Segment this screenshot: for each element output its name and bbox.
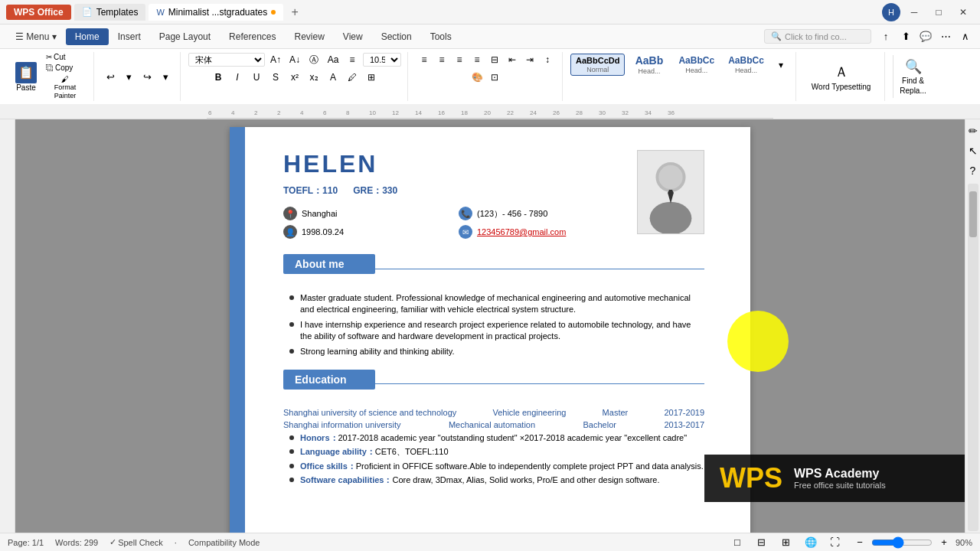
styles-group: AaBbCcDd Normal AaBb Head... AaBbCc Head… bbox=[564, 52, 796, 101]
redo-button[interactable]: ↪ bbox=[139, 68, 155, 85]
tab-tools[interactable]: Tools bbox=[421, 28, 461, 45]
tab-view[interactable]: View bbox=[334, 28, 372, 45]
pointer-button[interactable]: ↖ bbox=[965, 142, 981, 159]
align-right-button[interactable]: ≡ bbox=[451, 52, 468, 67]
fullscreen-button[interactable]: ⛶ bbox=[827, 534, 844, 551]
location-text: Shanghai bbox=[302, 209, 338, 218]
search-box[interactable]: 🔍 Click to find co... bbox=[764, 29, 871, 44]
tab-review[interactable]: Review bbox=[285, 28, 333, 45]
paste-button[interactable]: 📋 Paste bbox=[12, 60, 40, 93]
minimize-button[interactable]: ─ bbox=[903, 5, 925, 20]
comment-button[interactable]: 💬 bbox=[917, 28, 934, 45]
add-tab-button[interactable]: + bbox=[286, 4, 303, 21]
border-button[interactable]: ⊞ bbox=[363, 70, 380, 85]
wps-academy-title: WPS Academy bbox=[794, 467, 886, 481]
layout-view2-button[interactable]: ⊟ bbox=[753, 534, 770, 551]
zoom-slider[interactable] bbox=[871, 536, 933, 549]
underline-button[interactable]: U bbox=[248, 70, 265, 85]
close-button[interactable]: ✕ bbox=[952, 5, 974, 20]
style-heading2[interactable]: AaBbCc Head... bbox=[673, 53, 720, 77]
bullet-dot-2 bbox=[289, 322, 294, 327]
redo-dropdown[interactable]: ▾ bbox=[157, 68, 174, 85]
superscript-button[interactable]: x² bbox=[286, 70, 303, 85]
collapse-ribbon-button[interactable]: ∧ bbox=[957, 28, 974, 45]
align-center-button[interactable]: ≡ bbox=[433, 52, 450, 67]
tab-menu[interactable]: ☰ Menu ▾ bbox=[6, 28, 66, 45]
subscript-button[interactable]: x₂ bbox=[305, 70, 322, 85]
birthdate-text: 1998.09.24 bbox=[302, 227, 344, 236]
tab-references[interactable]: References bbox=[220, 28, 285, 45]
style-heading1[interactable]: AaBb Head... bbox=[628, 52, 670, 77]
education-header-row: Education bbox=[283, 370, 704, 399]
clear-format-button[interactable]: Ⓐ bbox=[305, 52, 322, 67]
templates-tab[interactable]: 📄 Templates bbox=[74, 4, 146, 21]
copy-button[interactable]: ⿻ Copy bbox=[43, 63, 87, 73]
list-button[interactable]: ≡ bbox=[344, 52, 361, 67]
font-size-select[interactable]: 10.5 bbox=[363, 53, 401, 67]
word-typesetting-button[interactable]: Ａ Word Typesetting bbox=[804, 60, 878, 94]
export-button[interactable]: ⬆ bbox=[897, 28, 914, 45]
document-area[interactable]: HELEN TOEFL：110 GRE：330 📍 Shanghai 📞 (12… bbox=[15, 119, 965, 533]
education-header: Education bbox=[283, 370, 375, 390]
user-avatar[interactable]: H bbox=[882, 3, 900, 21]
font-shrink-button[interactable]: A↑ bbox=[267, 52, 284, 67]
spell-check-button[interactable]: ✓ Spell Check bbox=[109, 537, 163, 547]
restore-button[interactable]: □ bbox=[928, 5, 949, 20]
font-grow-button[interactable]: A↓ bbox=[286, 52, 303, 67]
svg-text:2: 2 bbox=[277, 109, 281, 116]
style-normal[interactable]: AaBbCcDd Normal bbox=[570, 54, 625, 76]
svg-text:6: 6 bbox=[323, 109, 327, 116]
web-layout-button[interactable]: 🌐 bbox=[802, 534, 819, 551]
align-justify-button[interactable]: ≡ bbox=[469, 52, 485, 67]
tab-insert[interactable]: Insert bbox=[109, 28, 150, 45]
honors-label-2: Language ability：CET6、TOEFL:110 bbox=[300, 446, 449, 458]
indent-increase-button[interactable]: ⇥ bbox=[521, 52, 538, 67]
undo-button[interactable]: ↩ bbox=[102, 68, 119, 85]
case-button[interactable]: Aa bbox=[325, 52, 341, 67]
resume-name: HELEN bbox=[283, 150, 629, 178]
tab-page-layout[interactable]: Page Layout bbox=[150, 28, 220, 45]
shading-button[interactable]: 🎨 bbox=[469, 70, 485, 85]
vertical-scrollbar[interactable] bbox=[968, 184, 978, 531]
honors-item-1: Honors：2017-2018 academic year "outstand… bbox=[289, 432, 704, 444]
styles-more-button[interactable]: ▾ bbox=[773, 57, 789, 73]
layout-view1-button[interactable]: □ bbox=[729, 534, 746, 551]
help-button[interactable]: ? bbox=[965, 162, 981, 179]
strikethrough-button[interactable]: S bbox=[267, 70, 284, 85]
zoom-in-button[interactable]: + bbox=[936, 534, 952, 551]
honors-label-1: Honors：2017-2018 academic year "outstand… bbox=[300, 432, 687, 444]
undo-dropdown[interactable]: ▾ bbox=[120, 68, 137, 85]
about-bullet-3: Strong learning ability and thinking abi… bbox=[289, 346, 704, 357]
align-left-button[interactable]: ≡ bbox=[416, 52, 433, 67]
tab-home[interactable]: Home bbox=[66, 28, 109, 45]
svg-text:36: 36 bbox=[668, 109, 675, 116]
border2-button[interactable]: ⊡ bbox=[486, 70, 503, 85]
font-name-select[interactable]: 宋体 bbox=[188, 53, 265, 67]
wps-office-button[interactable]: WPS Office bbox=[6, 5, 71, 20]
doc-tab[interactable]: W Minimalist ...stgraduates bbox=[149, 4, 283, 21]
indent-decrease-button[interactable]: ⇤ bbox=[504, 52, 521, 67]
layout-view3-button[interactable]: ⊞ bbox=[778, 534, 795, 551]
style-heading2-label: Head... bbox=[685, 67, 707, 74]
line-spacing-button[interactable]: ↕ bbox=[539, 52, 556, 67]
pen-tool-button[interactable]: ✏ bbox=[965, 122, 981, 139]
title-bar-right: H ─ □ ✕ bbox=[882, 3, 974, 21]
phone-item: 📞 (123）- 456 - 7890 bbox=[459, 207, 629, 220]
format-painter-button[interactable]: 🖌 Format Painter bbox=[43, 73, 87, 102]
bold-button[interactable]: B bbox=[210, 70, 227, 85]
tab-section[interactable]: Section bbox=[372, 28, 421, 45]
columns-button[interactable]: ⊟ bbox=[486, 52, 503, 67]
share-button[interactable]: ↑ bbox=[877, 28, 894, 45]
style-heading3[interactable]: AaBbCc Head... bbox=[723, 53, 769, 77]
document-page: HELEN TOEFL：110 GRE：330 📍 Shanghai 📞 (12… bbox=[230, 127, 750, 533]
font-color-button[interactable]: A bbox=[325, 70, 341, 85]
find-replace-button[interactable]: 🔍 Find & Repla... bbox=[893, 55, 932, 98]
cut-button[interactable]: ✂ Cut bbox=[43, 52, 87, 62]
highlight-button[interactable]: 🖊 bbox=[344, 70, 361, 85]
birthdate-item: 👤 1998.09.24 bbox=[283, 225, 454, 239]
zoom-out-button[interactable]: − bbox=[851, 534, 868, 551]
italic-button[interactable]: I bbox=[229, 70, 246, 85]
cut-icon: ✂ bbox=[46, 53, 52, 61]
more-button[interactable]: ⋯ bbox=[937, 28, 954, 45]
wps-academy-subtitle: Free office suite tutorials bbox=[794, 481, 886, 490]
